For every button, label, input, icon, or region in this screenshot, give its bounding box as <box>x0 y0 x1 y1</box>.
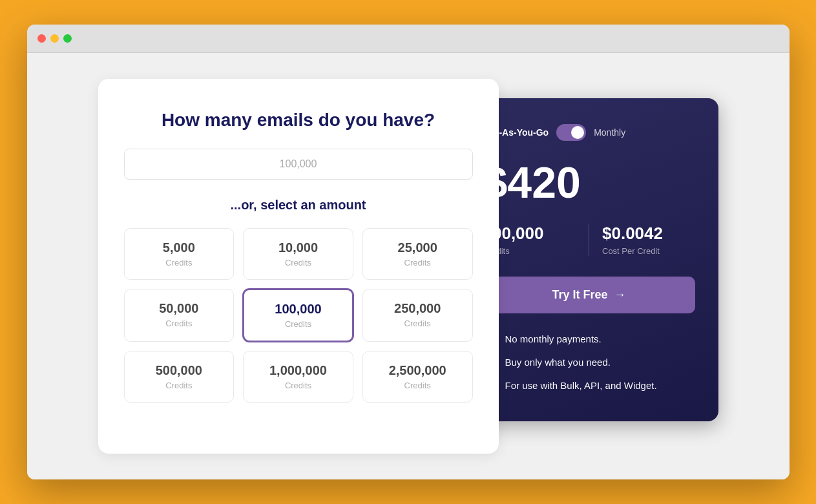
try-free-label: Try It Free <box>552 288 607 302</box>
stat-cost: $0.0042 Cost Per Credit <box>602 224 695 256</box>
email-count-input[interactable] <box>124 149 473 180</box>
traffic-light-green[interactable] <box>63 34 72 43</box>
right-panel: Pay-As-You-Go Monthly $420 100,000 Credi… <box>460 98 718 421</box>
credit-option-50000[interactable]: 50,000 Credits <box>124 289 235 342</box>
feature-item-3: For use with Bulk, API, and Widget. <box>483 378 695 392</box>
credit-option-25000[interactable]: 25,000 Credits <box>362 228 473 280</box>
credit-amount: 5,000 <box>132 240 226 255</box>
price-display: $420 <box>483 160 695 204</box>
feature-text-1: No monthly payments. <box>505 333 602 344</box>
billing-toggle-switch[interactable] <box>556 124 586 141</box>
credit-amount: 2,500,000 <box>371 363 465 378</box>
credit-label: Credits <box>371 258 465 268</box>
billing-toggle: Pay-As-You-Go Monthly <box>483 124 695 141</box>
credit-label: Credits <box>251 381 345 390</box>
stat-cost-label: Cost Per Credit <box>602 246 682 256</box>
feature-item-2: Buy only what you need. <box>483 355 695 369</box>
email-input-container <box>124 149 473 180</box>
stat-divider <box>589 224 589 256</box>
try-it-free-button[interactable]: Try It Free → <box>483 277 695 313</box>
credit-amount: 250,000 <box>371 301 465 316</box>
feature-text-3: For use with Bulk, API, and Widget. <box>505 380 657 391</box>
credits-grid: 5,000 Credits 10,000 Credits 25,000 Cred… <box>124 228 473 403</box>
credit-amount: 1,000,000 <box>251 363 345 378</box>
credit-amount: 50,000 <box>132 301 226 316</box>
credit-option-1000000[interactable]: 1,000,000 Credits <box>243 351 353 403</box>
traffic-lights <box>37 34 72 43</box>
credit-label: Credits <box>252 319 344 329</box>
traffic-light-red[interactable] <box>37 34 46 43</box>
credit-option-500000[interactable]: 500,000 Credits <box>124 351 235 403</box>
left-panel: How many emails do you have? ...or, sele… <box>98 79 499 454</box>
credit-option-2500000[interactable]: 2,500,000 Credits <box>362 351 473 403</box>
credit-label: Credits <box>251 258 345 268</box>
browser-titlebar <box>27 25 790 53</box>
stat-cost-value: $0.0042 <box>602 224 682 244</box>
credit-label: Credits <box>371 381 465 390</box>
try-free-arrow: → <box>614 288 626 302</box>
credit-option-5000[interactable]: 5,000 Credits <box>124 228 235 280</box>
traffic-light-yellow[interactable] <box>50 34 59 43</box>
feature-item-1: No monthly payments. <box>483 331 695 346</box>
credit-label: Credits <box>132 381 226 390</box>
credit-option-10000[interactable]: 10,000 Credits <box>243 228 353 280</box>
toggle-knob <box>571 126 584 139</box>
credit-option-250000[interactable]: 250,000 Credits <box>362 289 473 342</box>
browser-content: How many emails do you have? ...or, sele… <box>27 53 790 479</box>
stats-row: 100,000 Credits $0.0042 Cost Per Credit <box>483 224 695 256</box>
page-heading: How many emails do you have? <box>124 110 473 131</box>
credit-amount: 10,000 <box>251 240 345 255</box>
credit-option-100000[interactable]: 100,000 Credits <box>243 289 353 342</box>
credit-label: Credits <box>371 319 465 328</box>
credit-amount: 100,000 <box>252 302 344 317</box>
credit-label: Credits <box>132 258 226 268</box>
credit-amount: 25,000 <box>371 240 465 255</box>
browser-window: How many emails do you have? ...or, sele… <box>27 25 790 479</box>
credit-label: Credits <box>132 319 226 328</box>
features-list: No monthly payments. Buy only what you n… <box>483 331 695 392</box>
credit-amount: 500,000 <box>132 363 226 378</box>
feature-text-2: Buy only what you need. <box>505 357 611 368</box>
or-select-label: ...or, select an amount <box>124 198 473 213</box>
billing-label-monthly: Monthly <box>594 127 625 138</box>
